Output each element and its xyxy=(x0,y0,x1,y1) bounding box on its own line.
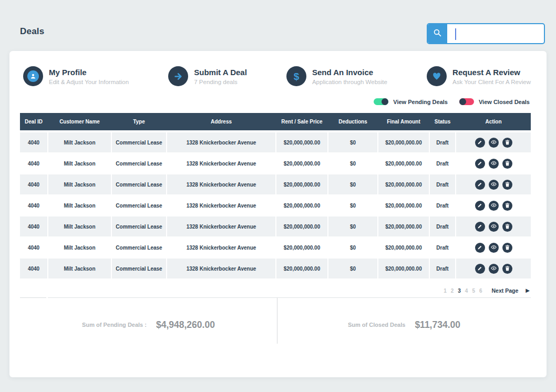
closed-deals-toggle[interactable] xyxy=(459,98,474,105)
page-number-2[interactable]: 2 xyxy=(451,288,454,294)
edit-button[interactable] xyxy=(475,264,485,274)
edit-button[interactable] xyxy=(475,180,485,190)
deal-id-cell: 4040 xyxy=(20,216,47,236)
edit-button[interactable] xyxy=(475,201,485,211)
pencil-icon xyxy=(477,181,482,189)
eye-icon xyxy=(491,202,497,210)
send-invoice-card[interactable]: $ Send An Invoice Application through We… xyxy=(286,66,387,86)
actions-cell xyxy=(455,174,531,194)
final-amount-cell: $20,000,000.00 xyxy=(377,259,429,278)
dollar-icon: $ xyxy=(286,66,306,86)
address-cell: 1328 Knickerbocker Avenue xyxy=(166,216,275,236)
edit-button[interactable] xyxy=(475,222,485,232)
deal-id-cell: 4040 xyxy=(20,195,47,215)
quick-action-title: Submit A Deal xyxy=(194,68,247,77)
trash-icon xyxy=(505,202,510,210)
view-button[interactable] xyxy=(489,243,499,253)
page-number-3[interactable]: 3 xyxy=(458,288,461,294)
pending-deals-toggle[interactable] xyxy=(374,98,388,105)
actions-cell xyxy=(455,216,531,236)
table-body: 4040 Milt Jackson Commercial Lease 1328 … xyxy=(20,132,531,278)
delete-button[interactable] xyxy=(502,159,512,169)
my-profile-card[interactable]: My Profile Edit & Adjust Your Informatio… xyxy=(23,66,129,86)
final-amount-cell: $20,000,000.00 xyxy=(377,174,429,194)
table-row: 4040 Milt Jackson Commercial Lease 1328 … xyxy=(20,132,531,152)
table-footer-divider-left xyxy=(20,297,46,298)
delete-button[interactable] xyxy=(502,138,512,148)
heart-icon xyxy=(427,66,447,86)
request-review-card[interactable]: Request A Review Ask Your Client For A R… xyxy=(427,66,531,86)
type-cell: Commercial Lease xyxy=(111,174,166,194)
next-page-label: Next Page xyxy=(492,287,519,294)
column-header-customer-name: Customer Name xyxy=(47,113,111,130)
column-header-type: Type xyxy=(111,113,166,130)
deal-id-cell: 4040 xyxy=(20,238,47,257)
pencil-icon xyxy=(477,202,482,210)
table-header: Deal ID Customer Name Type Address Rent … xyxy=(20,113,531,130)
deductions-cell: $0 xyxy=(327,216,377,236)
deals-panel: My Profile Edit & Adjust Your Informatio… xyxy=(9,51,547,377)
eye-icon xyxy=(491,181,497,189)
deal-id-cell: 4040 xyxy=(20,153,47,173)
next-page-button[interactable]: Next Page ▶ xyxy=(492,287,530,294)
trash-icon xyxy=(505,223,510,231)
view-button[interactable] xyxy=(489,201,499,211)
view-button[interactable] xyxy=(489,222,499,232)
eye-icon xyxy=(491,223,497,231)
trash-icon xyxy=(505,244,510,252)
status-cell: Draft xyxy=(429,238,455,257)
table-row: 4040 Milt Jackson Commercial Lease 1328 … xyxy=(20,174,531,194)
page-number-4[interactable]: 4 xyxy=(465,288,468,294)
rent-sale-price-cell: $20,000,000.00 xyxy=(275,216,327,236)
customer-name-cell: Milt Jackson xyxy=(47,259,111,278)
deals-table: Deal ID Customer Name Type Address Rent … xyxy=(20,113,531,278)
view-button[interactable] xyxy=(489,138,499,148)
arrow-right-icon xyxy=(168,66,188,86)
type-cell: Commercial Lease xyxy=(111,132,166,152)
actions-cell xyxy=(455,132,531,152)
closed-sum-label: Sum of Closed Deals xyxy=(348,322,405,328)
view-button[interactable] xyxy=(489,159,499,169)
search-button[interactable] xyxy=(428,24,447,43)
closed-sum-value: $11,734.00 xyxy=(415,319,460,331)
page-number-6[interactable]: 6 xyxy=(479,288,482,294)
deductions-cell: $0 xyxy=(327,195,377,215)
edit-button[interactable] xyxy=(475,159,485,169)
page-title: Deals xyxy=(20,26,44,37)
view-button[interactable] xyxy=(489,264,499,274)
delete-button[interactable] xyxy=(502,222,512,232)
column-header-final-amount: Final Amount xyxy=(377,113,429,130)
closed-deals-label: View Closed Deals xyxy=(479,99,530,105)
column-header-deductions: Deductions xyxy=(327,113,377,130)
delete-button[interactable] xyxy=(502,180,512,190)
delete-button[interactable] xyxy=(502,201,512,211)
view-button[interactable] xyxy=(489,180,499,190)
quick-action-title: My Profile xyxy=(49,68,129,77)
actions-cell xyxy=(455,238,531,257)
actions-cell xyxy=(455,195,531,215)
deductions-cell: $0 xyxy=(327,153,377,173)
delete-button[interactable] xyxy=(502,243,512,253)
final-amount-cell: $20,000,000.00 xyxy=(377,132,429,152)
table-row: 4040 Milt Jackson Commercial Lease 1328 … xyxy=(20,195,531,215)
customer-name-cell: Milt Jackson xyxy=(47,132,111,152)
rent-sale-price-cell: $20,000,000.00 xyxy=(275,195,327,215)
closed-deals-summary: Sum of Closed Deals $11,734.00 xyxy=(277,314,531,336)
table-footer-divider-right xyxy=(48,297,531,298)
pending-sum-label: Sum of Pending Deals : xyxy=(82,322,147,328)
edit-button[interactable] xyxy=(475,138,485,148)
column-header-address: Address xyxy=(166,113,275,130)
final-amount-cell: $20,000,000.00 xyxy=(377,216,429,236)
page-number-5[interactable]: 5 xyxy=(472,288,475,294)
submit-deal-card[interactable]: Submit A Deal 7 Pending deals xyxy=(168,66,247,86)
delete-button[interactable] xyxy=(502,264,512,274)
page-number-1[interactable]: 1 xyxy=(444,288,447,294)
edit-button[interactable] xyxy=(475,243,485,253)
final-amount-cell: $20,000,000.00 xyxy=(377,238,429,257)
column-header-deal-id: Deal ID xyxy=(20,113,47,130)
type-cell: Commercial Lease xyxy=(111,195,166,215)
quick-action-subtitle: 7 Pending deals xyxy=(194,79,247,85)
search-input[interactable] xyxy=(447,24,545,43)
quick-action-title: Request A Review xyxy=(452,68,531,77)
eye-icon xyxy=(491,244,497,252)
